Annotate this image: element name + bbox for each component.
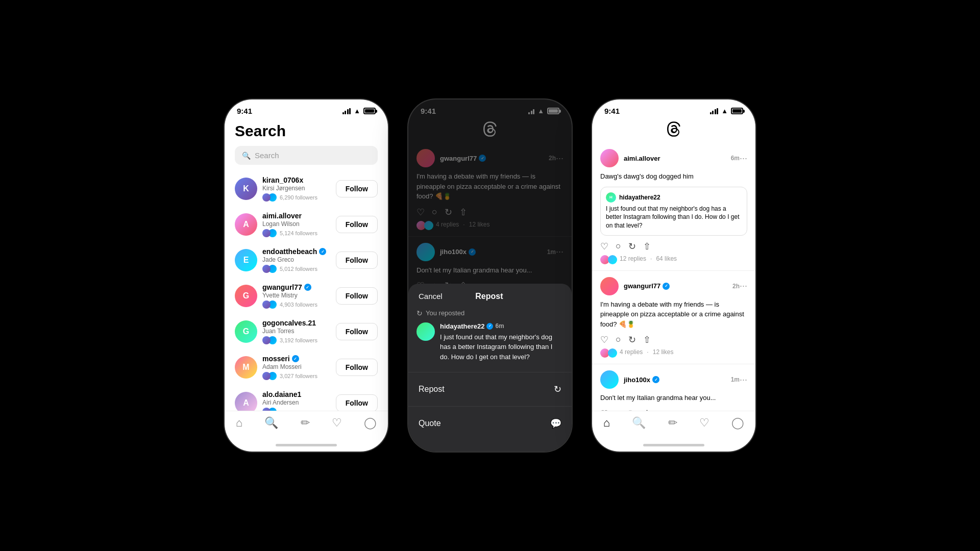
search-input-wrap[interactable]: 🔍 Search — [235, 146, 378, 165]
comment-button[interactable]: ○ — [616, 334, 621, 345]
comment-button[interactable]: ○ — [616, 408, 621, 411]
post-header: jiho100x ✓ 1m ··· — [600, 370, 747, 389]
post-time: 2h — [732, 283, 740, 290]
follow-button[interactable]: Follow — [336, 180, 378, 197]
post-item: jiho100x ✓ 1m ··· Don't let my Italian g… — [592, 364, 755, 411]
post-header: gwangurl77 ✓ 2h ··· — [600, 277, 747, 295]
nav-heart-icon[interactable]: ♡ — [699, 416, 709, 430]
follower-line: 5,012 followers — [262, 265, 331, 273]
repost-button[interactable]: ↻ — [628, 334, 636, 345]
post-header: aimi.allover 6m ··· — [600, 149, 747, 167]
follower-avatars — [262, 229, 275, 237]
follow-button[interactable]: Follow — [336, 287, 378, 305]
stat-avatar — [608, 348, 617, 358]
post-username: aimi.allover 6m — [624, 155, 740, 162]
quote-username: hidayathere22 — [619, 194, 660, 201]
status-time-1: 9:41 — [237, 107, 252, 115]
post-avatar — [600, 149, 619, 167]
verified-badge: ✓ — [319, 248, 326, 255]
post-username: jiho100x ✓ 1m — [624, 376, 740, 384]
signal-icon — [710, 108, 719, 114]
repost-button[interactable]: ↻ — [628, 408, 636, 411]
list-item: A alo.daiane1 Airi Andersen Follow — [225, 385, 388, 411]
user-info: gogoncalves.21 Juan Torres 3,192 followe… — [262, 319, 331, 344]
display-name: Jade Greco — [262, 256, 331, 263]
follower-avatar — [262, 372, 271, 380]
nav-search-icon[interactable]: 🔍 — [632, 416, 646, 430]
follow-button[interactable]: Follow — [336, 359, 378, 376]
nav-heart-icon[interactable]: ♡ — [332, 416, 342, 430]
username: kiran_0706x — [262, 176, 331, 184]
nav-profile-icon[interactable]: ◯ — [731, 416, 744, 430]
like-button[interactable]: ♡ — [600, 241, 608, 252]
more-options-icon[interactable]: ··· — [740, 374, 747, 385]
display-name: Juan Torres — [262, 328, 331, 335]
username: gogoncalves.21 — [262, 319, 331, 327]
modal-post-text: I just found out that my neighbor's dog … — [440, 332, 564, 362]
user-info: alo.daiane1 Airi Andersen — [262, 390, 331, 411]
follower-avatars — [262, 193, 275, 202]
modal-post-username: hidayathere22 ✓ 6m — [440, 322, 564, 330]
nav-home-icon[interactable]: ⌂ — [603, 416, 610, 430]
post-avatar — [600, 370, 619, 389]
status-time-3: 9:41 — [604, 107, 620, 115]
follower-avatar — [262, 193, 271, 202]
modal-divider — [408, 372, 572, 372]
follow-button[interactable]: Follow — [336, 394, 378, 411]
stat-avatars — [600, 255, 616, 264]
post-actions: ♡ ○ ↻ ⇧ — [600, 334, 747, 345]
nav-edit-icon[interactable]: ✏ — [301, 416, 310, 430]
repost-action-button[interactable]: Repost ↻ — [408, 377, 572, 402]
stat-avatar — [608, 255, 617, 264]
wifi-icon: ▲ — [354, 107, 360, 115]
user-list: K kiran_0706x Kirsi Jørgensen 6,290 foll… — [225, 171, 388, 411]
post-text: Dawg's dawg's dog dogged him — [600, 171, 747, 182]
comment-button[interactable]: ○ — [616, 241, 621, 252]
verified-badge: ✓ — [652, 376, 659, 383]
repost-button[interactable]: ↻ — [628, 241, 636, 252]
follower-line: 4,903 followers — [262, 300, 331, 309]
share-button[interactable]: ⇧ — [643, 334, 651, 345]
signal-icon — [342, 108, 351, 114]
status-icons-3: ▲ — [710, 107, 743, 115]
status-bar-1: 9:41 ▲ — [225, 99, 388, 118]
threads-logo — [592, 118, 755, 143]
nav-edit-icon[interactable]: ✏ — [668, 416, 677, 430]
more-options-icon[interactable]: ··· — [740, 153, 747, 164]
cancel-button[interactable]: Cancel — [419, 292, 443, 300]
nav-home-icon[interactable]: ⌂ — [236, 416, 242, 430]
username: mosseri ✓ — [262, 355, 331, 363]
repost-icon: ↻ — [416, 309, 423, 317]
list-item: E endoatthebeach ✓ Jade Greco 5,012 foll… — [225, 242, 388, 278]
nav-search-icon[interactable]: 🔍 — [264, 416, 278, 430]
follower-count: 5,012 followers — [280, 266, 317, 272]
home-indicator — [276, 444, 337, 446]
stat-avatars — [600, 348, 616, 358]
share-button[interactable]: ⇧ — [643, 408, 651, 411]
like-button[interactable]: ♡ — [600, 334, 608, 345]
bottom-nav-3: ⌂ 🔍 ✏ ♡ ◯ — [592, 411, 755, 440]
display-name: Yvette Mistry — [262, 292, 331, 299]
follow-button[interactable]: Follow — [336, 252, 378, 269]
verified-badge: ✓ — [663, 283, 670, 290]
like-button[interactable]: ♡ — [600, 408, 608, 411]
display-name: Airi Andersen — [262, 399, 331, 406]
follow-button[interactable]: Follow — [336, 323, 378, 340]
reply-count: 12 replies — [620, 255, 646, 264]
follower-avatars — [262, 300, 275, 309]
post-item: gwangurl77 ✓ 2h ··· I'm having a debate … — [592, 271, 755, 365]
follow-button[interactable]: Follow — [336, 216, 378, 233]
nav-profile-icon[interactable]: ◯ — [364, 416, 377, 430]
follower-line: 6,290 followers — [262, 193, 331, 202]
quote-action-button[interactable]: Quote 💬 — [408, 411, 572, 436]
follower-avatar — [262, 336, 271, 344]
share-button[interactable]: ⇧ — [643, 241, 651, 252]
post-username: gwangurl77 ✓ 2h — [624, 282, 740, 290]
search-input[interactable]: Search — [255, 151, 279, 160]
more-options-icon[interactable]: ··· — [740, 281, 747, 291]
follower-avatar — [262, 265, 271, 273]
avatar: M — [235, 356, 257, 379]
avatar: G — [235, 320, 257, 343]
quote-header: H hidayathere22 — [606, 192, 742, 203]
quote-label: Quote — [419, 419, 441, 428]
